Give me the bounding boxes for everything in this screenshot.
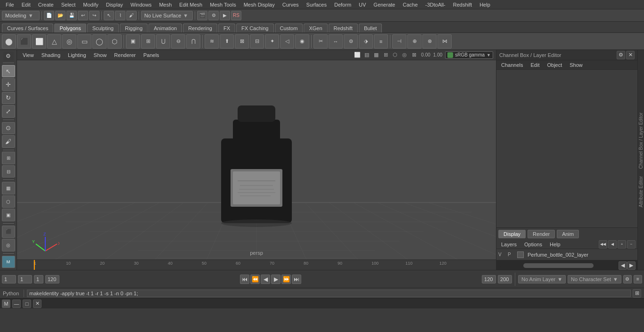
vp-icon-1[interactable]: ⬜ [353, 51, 362, 59]
vp-menu-shading[interactable]: Shading [39, 51, 63, 59]
open-file-btn[interactable]: 📂 [55, 11, 66, 20]
menu-mesh-display[interactable]: Mesh Display [240, 1, 279, 8]
step-fwd-btn[interactable]: ⏩ [281, 275, 291, 284]
layers-menu[interactable]: Layers [498, 241, 520, 248]
shelf-icon-disk[interactable]: ◯ [92, 34, 107, 49]
show-edges[interactable]: ▦ [2, 182, 15, 194]
options-menu[interactable]: Options [521, 241, 545, 248]
shelf-icon-target-weld[interactable]: ⊕ [407, 34, 421, 49]
step-back-btn[interactable]: ⏪ [250, 275, 260, 284]
vp-icon-5[interactable]: ⬡ [391, 51, 399, 59]
shelf-icon-combine[interactable]: ▣ [126, 34, 140, 49]
select-tool[interactable]: ↖ [2, 65, 15, 77]
show-vertices[interactable]: ⬡ [2, 195, 15, 208]
menu-edit-mesh[interactable]: Edit Mesh [175, 1, 206, 8]
scroll-thumb[interactable] [523, 263, 593, 268]
panel-close-btn[interactable]: ✕ [626, 51, 635, 59]
playhead[interactable] [34, 260, 35, 270]
panel-settings-btn[interactable]: ⚙ [617, 51, 625, 59]
menu-select[interactable]: Select [58, 1, 80, 8]
rs-btn[interactable]: RS [231, 11, 241, 20]
render-btn[interactable]: 🎬 [197, 11, 207, 20]
menu-windows[interactable]: Windows [127, 1, 156, 8]
shelf-tab-redshift[interactable]: Redshift [329, 24, 358, 32]
viewport[interactable]: View Shading Lighting Show Renderer Pane… [17, 50, 496, 270]
range-end-field[interactable]: 120 [45, 275, 59, 283]
shelf-icon-fill-hole[interactable]: ⊟ [250, 34, 264, 49]
rotate-tool[interactable]: ↻ [2, 92, 15, 104]
save-file-btn[interactable]: 💾 [66, 11, 77, 20]
vp-menu-show[interactable]: Show [91, 51, 110, 59]
shelf-tab-xgen[interactable]: XGen [304, 24, 327, 32]
render-options-btn[interactable]: ⚙ [208, 11, 219, 20]
shelf-icon-extrude[interactable]: ⬆ [220, 34, 234, 49]
vp-icon-6[interactable]: ◎ [400, 51, 409, 59]
menu-generate[interactable]: Generate [370, 1, 399, 8]
layer-scroll-area[interactable]: ◀ ▶ [496, 260, 637, 270]
timeline[interactable]: 1 10 20 30 40 50 60 70 80 90 100 110 120 [17, 259, 496, 270]
frame-start-field[interactable]: 1 [2, 275, 16, 283]
scroll-right-btn[interactable]: ▶ [627, 261, 636, 270]
play-fwd-btn[interactable]: ▶ [271, 275, 281, 284]
snap-to-grid[interactable]: ⊞ [2, 152, 15, 164]
max-end-field[interactable]: 200 [498, 275, 512, 283]
menu-curves[interactable]: Curves [279, 1, 303, 8]
menu-help[interactable]: Help [476, 1, 494, 8]
shelf-tab-custom[interactable]: Custom [275, 24, 303, 32]
window-icon[interactable]: M [2, 300, 10, 308]
shelf-icon-symmetry[interactable]: ⋈ [438, 34, 452, 49]
shelf-icon-bridge[interactable]: ⊠ [235, 34, 249, 49]
vp-icon-3[interactable]: ▦ [372, 51, 380, 59]
live-surface-dropdown[interactable]: No Live Surface ▼ [141, 11, 193, 20]
menu-3dtoall[interactable]: -3DtoAll- [421, 1, 449, 8]
scroll-left-btn[interactable]: ◀ [619, 261, 627, 270]
menu-file[interactable]: File [2, 1, 18, 8]
shelf-tab-rigging[interactable]: Rigging [120, 24, 148, 32]
tab-display[interactable]: Display [498, 230, 526, 238]
go-to-start-btn[interactable]: ⏮ [240, 275, 249, 284]
shelf-icon-offset[interactable]: ⊜ [344, 34, 358, 49]
shelf-icon-weld[interactable]: ⊗ [422, 34, 437, 49]
color-space-dropdown[interactable]: sRGB gamma ▼ [445, 51, 493, 59]
menu-cache[interactable]: Cache [399, 1, 421, 8]
shelf-icon-cone[interactable]: △ [47, 34, 61, 49]
vp-icon-2[interactable]: ▤ [363, 51, 371, 59]
shelf-icon-bool-diff[interactable]: ⊖ [171, 34, 185, 49]
shelf-icon-cube[interactable]: ⬛ [17, 34, 31, 49]
vp-menu-panels[interactable]: Panels [140, 51, 162, 59]
soft-select-tool[interactable]: ⊙ [2, 122, 15, 134]
anim-layer-dropdown[interactable]: No Anim Layer ▼ [518, 275, 566, 283]
menu-mesh[interactable]: Mesh [155, 1, 175, 8]
layer-btn-4[interactable]: − [627, 240, 636, 249]
menu-edit[interactable]: Edit [18, 1, 34, 8]
tab-render[interactable]: Render [528, 230, 555, 238]
move-tool[interactable]: ✛ [2, 78, 15, 90]
show-faces[interactable]: ▣ [2, 209, 15, 221]
maya-logo-btn[interactable]: M [2, 256, 15, 268]
edit-menu[interactable]: Edit [528, 61, 542, 69]
shelf-tab-sculpting[interactable]: Sculpting [87, 24, 119, 32]
shelf-icon-bool-inter[interactable]: ⋂ [186, 34, 200, 49]
bc-settings-btn[interactable]: ⚙ [623, 275, 632, 283]
shelf-icon-sphere[interactable]: ⬤ [2, 34, 16, 49]
channels-menu[interactable]: Channels [498, 61, 526, 69]
maximize-btn[interactable]: □ [23, 300, 31, 308]
layer-scrollbar[interactable] [500, 263, 617, 268]
shelf-icon-plane[interactable]: ▭ [77, 34, 91, 49]
shelf-tab-fx[interactable]: FX [218, 24, 235, 32]
object-menu[interactable]: Object [544, 61, 565, 69]
bc-extra-btn[interactable]: ≡ [634, 275, 642, 283]
shelf-icon-shape8[interactable]: ⬡ [107, 34, 122, 49]
grid-area[interactable]: persp X Y Z 1 10 20 30 [17, 60, 496, 270]
shelf-icon-smooth[interactable]: ≋ [205, 34, 219, 49]
redo-btn[interactable]: ↪ [89, 11, 99, 20]
shelf-icon-circularize[interactable]: ◉ [295, 34, 309, 49]
menu-uv[interactable]: UV [355, 1, 370, 8]
shelf-icon-extract[interactable]: ⊞ [141, 34, 155, 49]
status-bar-btn[interactable]: ⊞ [633, 289, 641, 298]
new-file-btn[interactable]: 📄 [44, 11, 54, 20]
menu-mesh-tools[interactable]: Mesh Tools [206, 1, 239, 8]
paint-tool[interactable]: 🖌 [2, 135, 15, 147]
show-menu[interactable]: Show [567, 61, 586, 69]
shelf-icon-cylinder[interactable]: ⬜ [32, 34, 46, 49]
